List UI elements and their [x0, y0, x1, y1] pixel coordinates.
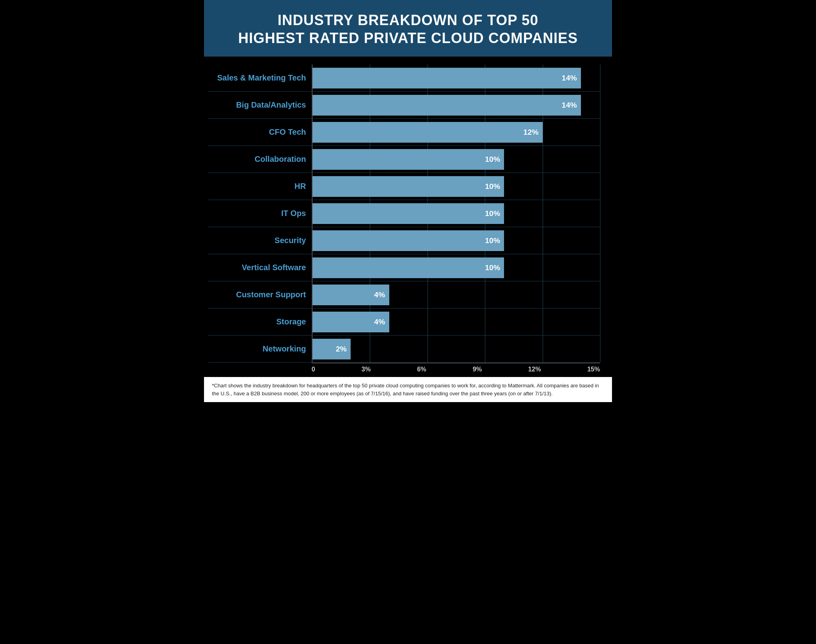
bar-fill: 10% — [312, 203, 504, 224]
x-axis-label: 9% — [473, 366, 482, 373]
bar-row: Security10% — [208, 227, 600, 254]
bar-track: 10% — [312, 227, 600, 254]
bar-label: Sales & Marketing Tech — [208, 65, 312, 91]
bar-track: 4% — [312, 308, 600, 335]
bar-value: 12% — [524, 128, 539, 137]
bar-fill: 4% — [312, 312, 389, 332]
bar-fill: 10% — [312, 149, 504, 170]
bar-value: 10% — [485, 209, 500, 218]
bar-track: 10% — [312, 254, 600, 281]
bar-track: 2% — [312, 336, 600, 362]
bar-value: 4% — [374, 291, 385, 299]
bar-track: 10% — [312, 173, 600, 200]
bar-label: Vertical Software — [208, 254, 312, 281]
bar-label: Security — [208, 227, 312, 254]
bar-track: 10% — [312, 200, 600, 227]
bar-row: HR10% — [208, 173, 600, 200]
bar-row: Collaboration10% — [208, 146, 600, 173]
bar-fill: 2% — [312, 339, 351, 359]
bar-fill: 14% — [312, 68, 581, 88]
bar-track: 10% — [312, 146, 600, 173]
x-axis-labels: 03%6%9%12%15% — [312, 366, 600, 373]
footnote: *Chart shows the industry breakdown for … — [204, 377, 612, 402]
bar-row: Vertical Software10% — [208, 254, 600, 281]
bar-track: 14% — [312, 92, 600, 118]
bar-row: Customer Support4% — [208, 281, 600, 308]
chart-header: INDUSTRY BREAKDOWN OF TOP 50 HIGHEST RAT… — [204, 0, 612, 57]
bar-value: 10% — [485, 236, 500, 245]
x-axis-label: 12% — [528, 366, 541, 373]
bars-container: Sales & Marketing Tech14%Big Data/Analyt… — [208, 65, 600, 363]
bar-track: 14% — [312, 65, 600, 91]
bar-label: IT Ops — [208, 200, 312, 227]
bar-track: 4% — [312, 281, 600, 308]
bar-row: Sales & Marketing Tech14% — [208, 65, 600, 92]
bar-value: 2% — [336, 345, 347, 353]
bar-label: Customer Support — [208, 281, 312, 308]
bar-row: CFO Tech12% — [208, 119, 600, 146]
bar-value: 10% — [485, 263, 500, 272]
bar-track: 12% — [312, 119, 600, 145]
bar-label: Collaboration — [208, 146, 312, 173]
bar-value: 14% — [562, 74, 577, 82]
bar-label: Big Data/Analytics — [208, 92, 312, 118]
bar-value: 4% — [374, 318, 385, 326]
bar-value: 14% — [562, 101, 577, 110]
bar-fill: 12% — [312, 122, 543, 143]
x-axis-label: 6% — [417, 366, 426, 373]
page-container: INDUSTRY BREAKDOWN OF TOP 50 HIGHEST RAT… — [204, 0, 612, 402]
bar-label: CFO Tech — [208, 119, 312, 145]
bar-row: Networking2% — [208, 336, 600, 363]
bar-row: IT Ops10% — [208, 200, 600, 227]
x-axis-label: 0 — [312, 366, 315, 373]
bar-fill: 10% — [312, 176, 504, 197]
bar-fill: 4% — [312, 285, 389, 305]
bar-fill: 10% — [312, 230, 504, 251]
bar-fill: 14% — [312, 95, 581, 116]
chart-title: INDUSTRY BREAKDOWN OF TOP 50 HIGHEST RAT… — [212, 11, 604, 47]
x-axis: 03%6%9%12%15% — [312, 363, 600, 373]
bar-value: 10% — [485, 155, 500, 164]
bar-fill: 10% — [312, 257, 504, 278]
chart-area: Sales & Marketing Tech14%Big Data/Analyt… — [204, 57, 612, 377]
bar-row: Big Data/Analytics14% — [208, 92, 600, 119]
bar-row: Storage4% — [208, 308, 600, 336]
bar-label: HR — [208, 173, 312, 200]
x-axis-label: 3% — [361, 366, 371, 373]
bar-value: 10% — [485, 182, 500, 191]
x-axis-label: 15% — [587, 366, 600, 373]
bar-label: Storage — [208, 308, 312, 335]
chart-wrapper: Sales & Marketing Tech14%Big Data/Analyt… — [208, 65, 600, 373]
bar-label: Networking — [208, 336, 312, 362]
